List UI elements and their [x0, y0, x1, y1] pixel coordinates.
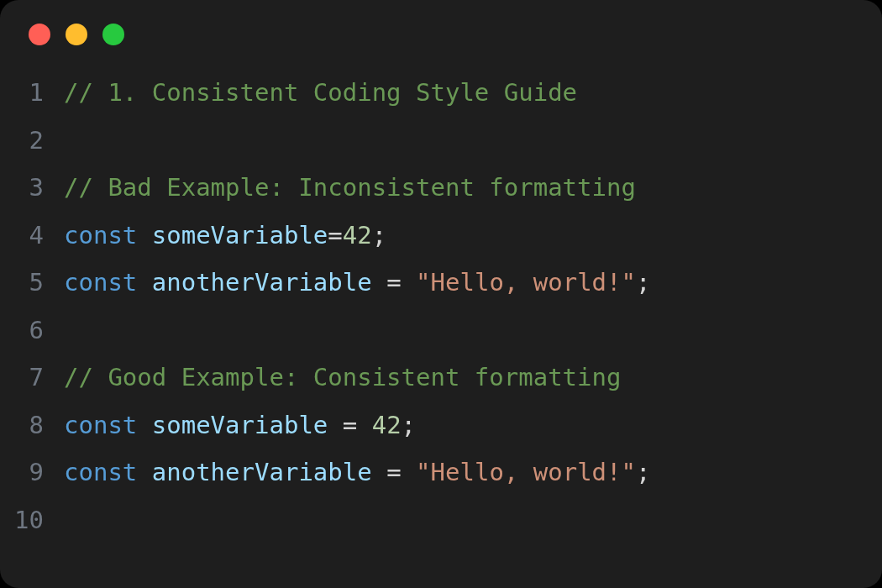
code-content[interactable]: const anotherVariable = "Hello, world!";	[64, 259, 882, 307]
code-line[interactable]: 8const someVariable = 42;	[0, 402, 882, 449]
token: 42	[372, 411, 402, 439]
minimize-icon[interactable]	[66, 24, 87, 45]
code-content[interactable]: const anotherVariable = "Hello, world!";	[64, 449, 882, 496]
titlebar	[0, 0, 882, 54]
token: const	[64, 221, 137, 249]
code-content[interactable]: const someVariable=42;	[64, 212, 882, 260]
line-number: 4	[0, 212, 64, 260]
token: // Bad Example: Inconsistent formatting	[64, 173, 636, 202]
code-line[interactable]: 6	[0, 307, 882, 354]
code-line[interactable]: 3// Bad Example: Inconsistent formatting	[0, 164, 882, 212]
token: ;	[402, 411, 416, 439]
line-number: 1	[0, 69, 64, 117]
token: =	[328, 411, 371, 439]
code-line[interactable]: 7// Good Example: Consistent formatting	[0, 354, 882, 402]
token: =	[372, 268, 416, 297]
token: const	[64, 268, 137, 297]
token: anotherVariable	[152, 458, 372, 486]
line-number: 10	[0, 496, 64, 544]
line-number: 7	[0, 354, 64, 402]
code-line[interactable]: 5const anotherVariable = "Hello, world!"…	[0, 259, 882, 307]
token: ;	[636, 458, 650, 486]
code-editor[interactable]: 1// 1. Consistent Coding Style Guide23//…	[0, 54, 882, 588]
token: const	[64, 411, 137, 439]
line-number: 5	[0, 259, 64, 307]
code-content[interactable]: // 1. Consistent Coding Style Guide	[64, 69, 882, 117]
token	[137, 458, 151, 486]
code-line[interactable]: 2	[0, 117, 882, 165]
line-number: 9	[0, 449, 64, 496]
code-line[interactable]: 1// 1. Consistent Coding Style Guide	[0, 69, 882, 117]
token: =	[328, 221, 342, 249]
token: someVariable	[152, 221, 328, 249]
editor-window: 1// 1. Consistent Coding Style Guide23//…	[0, 0, 882, 588]
token: ;	[372, 221, 386, 249]
code-line[interactable]: 10	[0, 496, 882, 544]
token: // Good Example: Consistent formatting	[64, 363, 621, 391]
token	[137, 411, 151, 439]
token: ;	[636, 268, 650, 297]
code-line[interactable]: 4const someVariable=42;	[0, 212, 882, 260]
token: 42	[343, 221, 372, 249]
token	[137, 268, 151, 297]
line-number: 6	[0, 307, 64, 354]
code-content[interactable]: const someVariable = 42;	[64, 402, 882, 449]
token: // 1. Consistent Coding Style Guide	[64, 78, 577, 107]
line-number: 3	[0, 164, 64, 212]
close-icon[interactable]	[29, 24, 50, 45]
code-line[interactable]: 9const anotherVariable = "Hello, world!"…	[0, 449, 882, 496]
token: someVariable	[152, 411, 328, 439]
token	[137, 221, 151, 249]
token: anotherVariable	[152, 268, 372, 297]
line-number: 8	[0, 402, 64, 449]
token: const	[64, 458, 137, 486]
code-content[interactable]: // Good Example: Consistent formatting	[64, 354, 882, 402]
token: "Hello, world!"	[416, 458, 636, 486]
code-content[interactable]: // Bad Example: Inconsistent formatting	[64, 164, 882, 212]
maximize-icon[interactable]	[102, 24, 124, 45]
token: =	[372, 458, 416, 486]
token: "Hello, world!"	[416, 268, 636, 297]
line-number: 2	[0, 117, 64, 165]
